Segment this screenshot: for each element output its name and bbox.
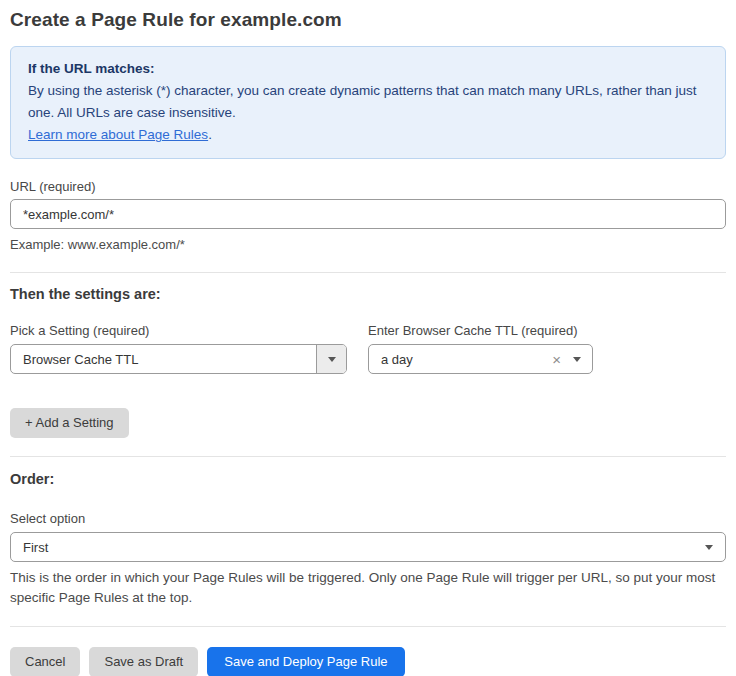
ttl-select-value: a day [369,352,552,367]
clear-icon[interactable]: × [552,352,561,367]
ttl-select[interactable]: a day × [368,344,593,374]
footer-divider [10,626,726,627]
order-helper-text: This is the order in which your Page Rul… [10,568,726,608]
order-section-heading: Order: [10,471,726,487]
link-suffix: . [208,127,212,142]
section-divider [10,456,726,457]
save-and-deploy-button[interactable]: Save and Deploy Page Rule [207,647,404,676]
ttl-picker-column: Enter Browser Cache TTL (required) a day… [368,323,593,374]
url-input[interactable] [10,199,726,229]
order-select[interactable]: First [10,532,726,562]
chevron-down-icon [328,357,336,362]
order-select-value: First [11,540,705,555]
footer-actions: Cancel Save as Draft Save and Deploy Pag… [10,647,726,676]
setting-picker-column: Pick a Setting (required) Browser Cache … [10,323,347,374]
setting-select-value: Browser Cache TTL [11,352,316,367]
create-page-rule-panel: Create a Page Rule for example.com If th… [0,0,736,676]
info-box-link-line: Learn more about Page Rules. [28,124,708,146]
order-select-label: Select option [10,511,726,526]
learn-more-link[interactable]: Learn more about Page Rules [28,127,208,142]
url-match-info-box: If the URL matches: By using the asteris… [10,46,726,159]
settings-section-heading: Then the settings are: [10,286,726,302]
chevron-down-icon [705,545,713,550]
url-field-label: URL (required) [10,179,726,194]
url-field-helper: Example: www.example.com/* [10,236,726,254]
page-title: Create a Page Rule for example.com [10,9,726,31]
section-divider [10,272,726,273]
cancel-button[interactable]: Cancel [10,647,80,676]
add-setting-button[interactable]: + Add a Setting [10,408,129,438]
ttl-select-label: Enter Browser Cache TTL (required) [368,323,593,338]
setting-select[interactable]: Browser Cache TTL [10,344,347,374]
save-as-draft-button[interactable]: Save as Draft [89,647,198,676]
info-box-heading: If the URL matches: [28,58,708,80]
info-box-body: By using the asterisk (*) character, you… [28,80,708,124]
setting-select-label: Pick a Setting (required) [10,323,347,338]
chevron-down-icon [573,357,581,362]
settings-row: Pick a Setting (required) Browser Cache … [10,323,726,374]
setting-select-arrow-button[interactable] [316,345,346,373]
